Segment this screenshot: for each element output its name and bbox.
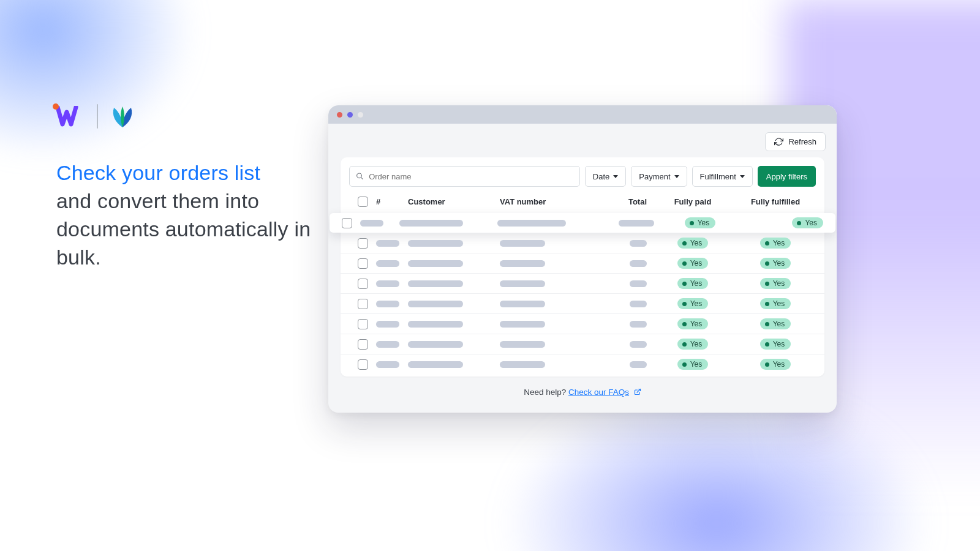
cell-vat [500, 361, 592, 368]
cell-customer [408, 280, 500, 287]
cell-number [376, 361, 408, 368]
refresh-icon [774, 137, 783, 146]
window-min-dot[interactable] [347, 112, 353, 118]
cell-total [592, 240, 653, 247]
caret-down-icon [613, 175, 618, 178]
status-badge: Yes [677, 318, 709, 329]
cell-paid: Yes [660, 217, 740, 228]
status-badge: Yes [760, 339, 791, 350]
filter-date-button[interactable]: Date [585, 166, 626, 187]
cell-customer [408, 341, 500, 348]
status-badge: Yes [677, 278, 709, 289]
search-input[interactable] [369, 172, 573, 181]
cell-customer [399, 220, 497, 227]
orders-card: Date Payment Fulfillment Apply filters #… [341, 157, 824, 377]
cell-customer [408, 321, 500, 328]
col-number: # [376, 197, 408, 206]
cell-total [592, 280, 653, 287]
status-badge: Yes [760, 258, 791, 269]
cell-number [376, 301, 408, 307]
caret-down-icon [740, 175, 745, 178]
help-faq-link[interactable]: Check our FAQs [568, 388, 629, 397]
filters-row: Date Payment Fulfillment Apply filters [341, 157, 824, 193]
cell-fulfilled: Yes [733, 318, 818, 329]
cell-customer [408, 260, 500, 267]
logo-w-icon [56, 106, 86, 127]
logo-divider [97, 104, 98, 129]
table-row[interactable]: YesYes [341, 293, 824, 313]
cell-fulfilled: Yes [733, 298, 818, 309]
refresh-label: Refresh [788, 137, 816, 146]
cell-total [601, 220, 660, 227]
cell-fulfilled: Yes [733, 339, 818, 350]
col-total: Total [592, 197, 653, 206]
status-badge: Yes [760, 278, 791, 289]
headline-accent: Check your orders list [56, 159, 314, 187]
external-link-icon [634, 388, 641, 397]
cell-total [592, 321, 653, 328]
headline: Check your orders list and convert them … [56, 159, 314, 272]
table-row[interactable]: YesYes [341, 334, 824, 354]
cell-number [376, 321, 408, 328]
row-checkbox[interactable] [358, 279, 368, 289]
logos-row [56, 104, 314, 129]
cell-fulfilled: Yes [733, 238, 818, 249]
filter-fulfillment-button[interactable]: Fulfillment [692, 166, 753, 187]
status-badge: Yes [677, 298, 709, 309]
cell-total [592, 260, 653, 267]
cell-paid: Yes [653, 359, 733, 370]
cell-fulfilled: Yes [733, 258, 818, 269]
window-close-dot[interactable] [337, 112, 342, 118]
table-row[interactable]: YesYes [341, 273, 824, 293]
table-row[interactable]: YesYes [341, 354, 824, 374]
page-topbar: Refresh [328, 124, 837, 157]
cell-fulfilled: Yes [733, 359, 818, 370]
filter-payment-button[interactable]: Payment [631, 166, 687, 187]
cell-fulfilled: Yes [740, 217, 823, 228]
browser-window: Refresh Date Payment Fulfillment Apply f… [328, 105, 837, 413]
status-badge: Yes [760, 318, 791, 329]
col-customer: Customer [408, 197, 500, 206]
row-checkbox[interactable] [358, 319, 368, 329]
status-badge: Yes [792, 217, 823, 228]
cell-number [360, 220, 399, 227]
help-prompt: Need help? [524, 388, 568, 397]
row-checkbox[interactable] [358, 258, 368, 269]
row-checkbox[interactable] [358, 238, 368, 249]
table-row[interactable]: YesYes [341, 233, 824, 253]
apply-filters-button[interactable]: Apply filters [758, 166, 816, 187]
table-header: # Customer VAT number Total Fully paid F… [341, 193, 824, 213]
cell-paid: Yes [653, 278, 733, 289]
cell-vat [500, 341, 592, 348]
cell-number [376, 341, 408, 348]
col-paid: Fully paid [653, 197, 733, 206]
cell-vat [500, 321, 592, 328]
col-fulfilled: Fully fulfilled [733, 197, 818, 206]
svg-line-0 [637, 389, 641, 392]
cell-paid: Yes [653, 258, 733, 269]
search-icon [356, 172, 364, 181]
cell-total [592, 301, 653, 307]
window-max-dot[interactable] [358, 112, 363, 118]
window-titlebar [328, 105, 837, 124]
cell-paid: Yes [653, 298, 733, 309]
row-checkbox[interactable] [358, 299, 368, 309]
status-badge: Yes [677, 238, 709, 249]
select-all-checkbox[interactable] [358, 197, 368, 207]
status-badge: Yes [677, 359, 709, 370]
caret-down-icon [674, 175, 679, 178]
row-checkbox[interactable] [342, 218, 352, 228]
search-input-wrapper[interactable] [349, 166, 580, 187]
row-checkbox[interactable] [358, 339, 368, 350]
table-row[interactable]: YesYes [341, 313, 824, 334]
cell-number [376, 260, 408, 267]
cell-vat [497, 220, 601, 227]
status-badge: Yes [760, 359, 791, 370]
help-footer: Need help? Check our FAQs [328, 385, 837, 397]
cell-customer [408, 361, 500, 368]
table-row[interactable]: YesYes [341, 253, 824, 273]
refresh-button[interactable]: Refresh [765, 132, 826, 151]
table-row[interactable]: YesYes [330, 213, 835, 233]
status-badge: Yes [760, 298, 791, 309]
row-checkbox[interactable] [358, 359, 368, 370]
